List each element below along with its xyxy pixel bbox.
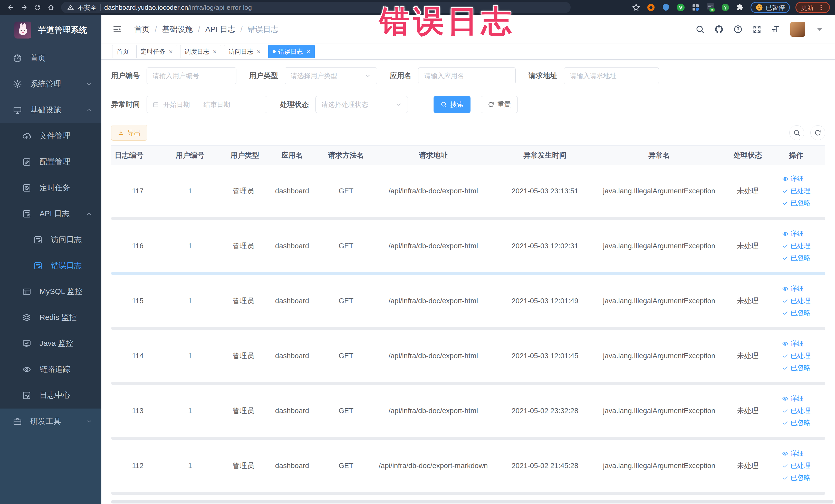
home-button[interactable] (45, 2, 57, 13)
extension-shield-icon[interactable] (661, 3, 670, 12)
search-icon[interactable] (695, 25, 705, 34)
sidebar-item-home[interactable]: 首页 (0, 45, 101, 71)
ignored-link[interactable]: 已忽略 (782, 308, 811, 317)
detail-link[interactable]: 详细 (782, 174, 804, 183)
extension-orange-icon[interactable] (646, 3, 656, 12)
breadcrumb-item[interactable]: 首页 (134, 24, 150, 35)
page-url: dashboard.yudao.iocoder.cn/infra/log/api… (104, 4, 252, 12)
extensions-puzzle-icon[interactable] (736, 3, 745, 12)
check-icon (782, 200, 789, 206)
process-status-select[interactable]: 请选择处理状态 (315, 96, 408, 113)
back-button[interactable] (5, 2, 16, 13)
close-icon[interactable]: × (257, 48, 261, 55)
reload-button[interactable] (32, 2, 43, 13)
tab-access-log[interactable]: 访问日志× (224, 45, 265, 58)
user-type-select[interactable]: 请选择用户类型 (285, 67, 377, 84)
detail-link[interactable]: 详细 (782, 284, 804, 293)
actions-cell: 详细已处理已忽略 (767, 165, 825, 217)
extension-on-badge-icon[interactable]: on (706, 3, 715, 12)
breadcrumb-current: 错误日志 (248, 24, 279, 35)
close-icon[interactable]: × (213, 48, 217, 55)
sidebar-item-config[interactable]: 配置管理 (0, 149, 101, 175)
github-icon[interactable] (714, 25, 724, 34)
hamburger-icon[interactable] (112, 24, 122, 35)
user-id-input[interactable]: 请输入用户编号 (147, 67, 237, 84)
sidebar-item-label: 定时任务 (40, 183, 70, 193)
close-icon[interactable]: × (169, 48, 173, 55)
tab-home[interactable]: 首页 (112, 45, 133, 58)
horizontal-scrollbar[interactable] (111, 500, 833, 503)
tab-job-log[interactable]: 调度日志× (180, 45, 221, 58)
processed-link[interactable]: 已处理 (782, 241, 811, 250)
extension-leaf-icon[interactable] (721, 3, 730, 12)
chevron-down-icon (85, 418, 93, 425)
sidebar-item-system[interactable]: 系统管理 (0, 71, 101, 97)
sidebar-item-api-log[interactable]: API 日志 (0, 201, 101, 227)
app-logo-area[interactable]: 芋道管理系统 (0, 15, 101, 45)
ignored-link[interactable]: 已忽略 (782, 473, 811, 482)
ignored-link[interactable]: 已忽略 (782, 199, 811, 207)
detail-link[interactable]: 详细 (782, 449, 804, 458)
sidebar-item-error-log[interactable]: 错误日志 (0, 253, 101, 279)
reset-button[interactable]: 重置 (481, 96, 518, 113)
briefcase-icon (13, 417, 22, 426)
app-name-input[interactable]: 请输入应用名 (418, 67, 516, 84)
menu-dots-icon[interactable] (818, 4, 824, 11)
processed-link[interactable]: 已处理 (782, 461, 811, 470)
update-button[interactable]: 更新 (795, 2, 830, 13)
extension-grid-icon[interactable] (691, 3, 700, 12)
sidebar-item-access-log[interactable]: 访问日志 (0, 227, 101, 253)
security-label[interactable]: 不安全 (78, 3, 97, 12)
detail-link[interactable]: 详细 (782, 339, 804, 348)
toggle-search-button[interactable] (789, 125, 804, 140)
ignored-link[interactable]: 已忽略 (782, 254, 811, 262)
table-row: 1171管理员dashboardGET/api/infra/db-doc/exp… (111, 165, 825, 217)
sidebar-item-trace[interactable]: 链路追踪 (0, 356, 101, 382)
filter-label: 用户编号 (111, 71, 140, 81)
date-range-picker[interactable]: 开始日期 - 结束日期 (147, 96, 267, 113)
refresh-table-button[interactable] (810, 125, 825, 140)
check-icon (782, 352, 789, 359)
sidebar-item-job[interactable]: 定时任务 (0, 175, 101, 201)
app-name-cell: dashboard (259, 330, 325, 382)
avatar[interactable] (790, 22, 805, 37)
sidebar-item-mysql[interactable]: MySQL 监控 (0, 279, 101, 304)
bookmark-star-icon[interactable] (631, 3, 641, 12)
extension-green-v-icon[interactable] (676, 3, 685, 12)
help-icon[interactable] (733, 25, 742, 34)
app-window: 芋道管理系统 首页系统管理基础设施文件管理配置管理定时任务API 日志访问日志错… (0, 15, 835, 504)
user-type-cell: 管理员 (228, 220, 259, 272)
sidebar-item-file[interactable]: 文件管理 (0, 123, 101, 149)
processed-link[interactable]: 已处理 (782, 351, 811, 360)
close-icon[interactable]: × (306, 48, 310, 55)
tab-error-log[interactable]: 错误日志× (268, 45, 315, 58)
actions-cell: 详细已处理已忽略 (767, 440, 825, 492)
sidebar-item-java[interactable]: Java 监控 (0, 330, 101, 356)
sidebar-item-log-center[interactable]: 日志中心 (0, 382, 101, 408)
request-url-input[interactable]: 请输入请求地址 (564, 67, 659, 84)
sidebar-item-redis[interactable]: Redis 监控 (0, 304, 101, 330)
breadcrumb-item[interactable]: API 日志 (205, 24, 236, 35)
processed-link[interactable]: 已处理 (782, 296, 811, 305)
detail-link[interactable]: 详细 (782, 229, 804, 238)
chevron-down-icon[interactable] (815, 25, 824, 34)
processed-link[interactable]: 已处理 (782, 406, 811, 415)
fullscreen-icon[interactable] (752, 25, 761, 34)
breadcrumb-item[interactable]: 基础设施 (162, 24, 193, 35)
sidebar-item-infra[interactable]: 基础设施 (0, 97, 101, 123)
sidebar-item-dev-tools[interactable]: 研发工具 (0, 408, 101, 435)
processed-link[interactable]: 已处理 (782, 186, 811, 195)
detail-link[interactable]: 详细 (782, 394, 804, 403)
tab-job[interactable]: 定时任务× (136, 45, 177, 58)
profile-paused-badge[interactable]: 已暂停 (751, 2, 790, 13)
search-button[interactable]: 搜索 (433, 96, 470, 113)
address-bar[interactable]: 不安全 dashboard.yudao.iocoder.cn/infra/log… (61, 2, 571, 13)
ignored-link[interactable]: 已忽略 (782, 363, 811, 372)
ignored-link[interactable]: 已忽略 (782, 418, 811, 427)
end-date-placeholder[interactable]: 结束日期 (204, 100, 230, 109)
start-date-placeholder[interactable]: 开始日期 (163, 100, 190, 109)
font-size-icon[interactable] (771, 25, 780, 34)
user-id-cell: 1 (152, 385, 228, 437)
forward-button[interactable] (19, 2, 30, 13)
export-button[interactable]: 导出 (111, 125, 147, 141)
